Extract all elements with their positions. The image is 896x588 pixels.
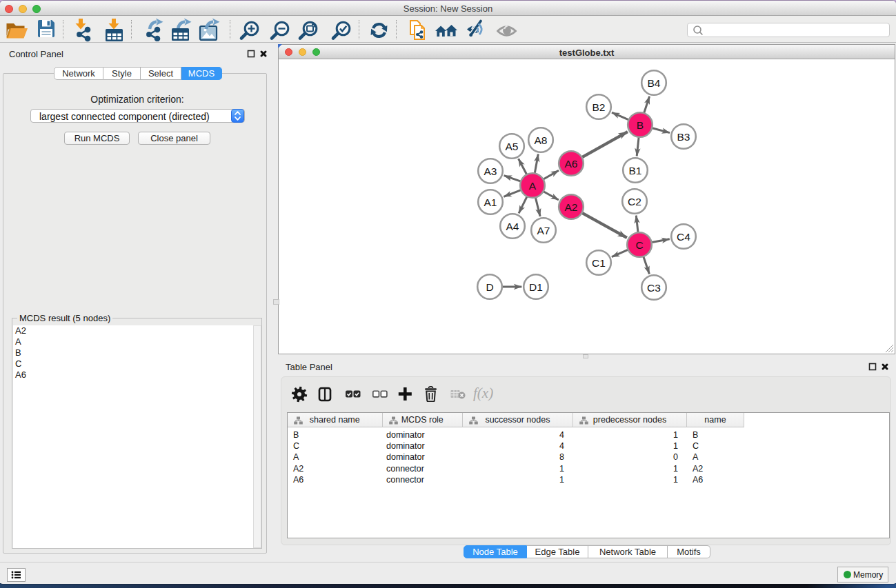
svg-text:A7: A7 (537, 225, 550, 236)
svg-text:A1: A1 (484, 196, 497, 208)
svg-text:C4: C4 (677, 231, 690, 243)
svg-text:C3: C3 (647, 282, 661, 294)
svg-text:A8: A8 (535, 134, 548, 146)
svg-text:B3: B3 (677, 131, 690, 143)
svg-text:D: D (486, 281, 493, 293)
svg-text:D1: D1 (529, 281, 543, 293)
svg-text:C2: C2 (628, 196, 641, 207)
svg-text:A5: A5 (506, 141, 519, 152)
svg-text:C: C (635, 239, 643, 251)
svg-text:A3: A3 (484, 165, 497, 177)
svg-text:A: A (529, 180, 537, 192)
svg-text:B2: B2 (593, 101, 606, 113)
svg-text:C1: C1 (592, 257, 606, 269)
svg-text:A6: A6 (565, 158, 578, 170)
svg-text:B: B (637, 119, 644, 131)
svg-text:A4: A4 (506, 221, 519, 232)
svg-text:B4: B4 (648, 77, 661, 89)
svg-text:A2: A2 (565, 201, 578, 213)
svg-text:B1: B1 (629, 165, 642, 176)
